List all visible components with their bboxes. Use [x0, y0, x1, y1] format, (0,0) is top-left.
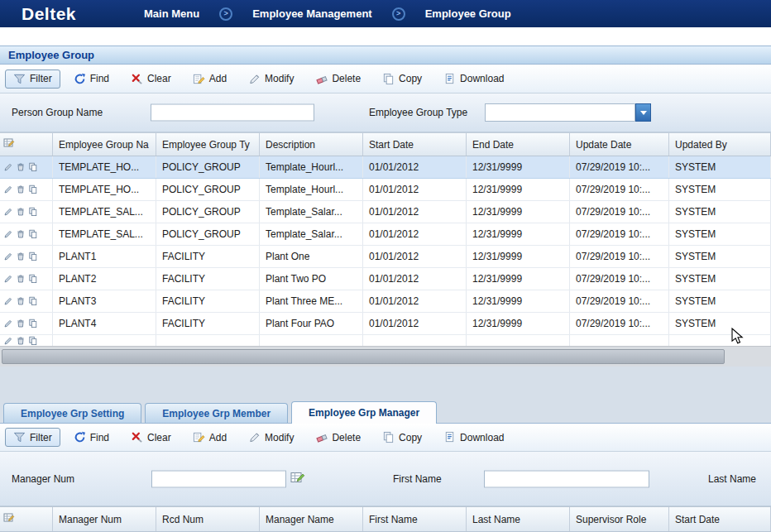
add-button[interactable]: Add — [184, 69, 235, 89]
trash-row-icon[interactable] — [16, 252, 26, 261]
edit-row-icon[interactable] — [3, 336, 13, 346]
breadcrumb: Main Menu > Employee Management > Employ… — [124, 7, 531, 21]
manager-num-input[interactable] — [151, 470, 286, 487]
copy-row-icon[interactable] — [28, 336, 38, 346]
person-group-name-input[interactable] — [151, 104, 314, 122]
column-header-end-date[interactable]: End Date — [467, 133, 570, 156]
horizontal-scrollbar[interactable] — [0, 346, 771, 367]
download-label: Download — [460, 73, 504, 84]
lookup-icon[interactable] — [290, 470, 305, 487]
trash-row-icon[interactable] — [16, 296, 26, 306]
delete-button[interactable]: Delete — [307, 428, 369, 447]
copy-row-icon[interactable] — [28, 274, 38, 284]
select-all-icon — [3, 137, 15, 151]
first-name-input[interactable] — [484, 470, 649, 487]
top-nav: Deltek Main Menu > Employee Management >… — [0, 0, 771, 27]
first-name-label: First Name — [393, 473, 442, 485]
nav-main-menu[interactable]: Main Menu — [144, 7, 199, 20]
copy-button[interactable]: Copy — [374, 69, 430, 89]
tab-employee-grp-manager[interactable]: Employee Grp Manager — [291, 401, 437, 424]
clear-label: Clear — [147, 432, 171, 443]
cell-updated-by — [669, 335, 771, 346]
trash-row-icon[interactable] — [16, 319, 26, 328]
copy-button[interactable]: Copy — [374, 428, 430, 447]
cell-end-date: 12/31/9999 — [467, 290, 570, 312]
clear-button[interactable]: Clear — [122, 428, 180, 447]
cell-group-name: TEMPLATE_HO... — [53, 156, 156, 178]
table-row[interactable]: PLANT1 FACILITY Plant One 01/01/2012 12/… — [0, 246, 771, 268]
column-header-first-name[interactable]: First Name — [363, 507, 467, 531]
edit-row-icon[interactable] — [3, 319, 13, 328]
modify-button[interactable]: Modify — [240, 69, 302, 89]
cell-group-name: PLANT2 — [53, 268, 156, 290]
cell-end-date: 12/31/9999 — [467, 223, 570, 245]
edit-row-icon[interactable] — [3, 229, 13, 239]
delete-button[interactable]: Delete — [307, 69, 369, 89]
download-button[interactable]: Download — [435, 428, 512, 447]
column-header-description[interactable]: Description — [260, 133, 363, 156]
column-header-manager-num[interactable]: Manager Num — [53, 507, 156, 531]
table-row[interactable] — [0, 335, 771, 346]
clear-button[interactable]: Clear — [122, 69, 180, 89]
column-header-manager-name[interactable]: Manager Name — [260, 507, 363, 531]
table-row[interactable]: TEMPLATE_HO... POLICY_GROUP Template_Hou… — [0, 156, 771, 179]
dropdown-button[interactable] — [635, 103, 651, 122]
column-header-updated-by[interactable]: Updated By — [669, 133, 771, 156]
trash-row-icon[interactable] — [16, 274, 26, 284]
filter-button[interactable]: Filter — [5, 69, 60, 89]
edit-row-icon[interactable] — [3, 185, 13, 194]
employee-group-type-input[interactable] — [485, 103, 635, 122]
trash-row-icon[interactable] — [16, 185, 26, 194]
trash-row-icon[interactable] — [16, 162, 26, 172]
find-label: Find — [90, 432, 109, 443]
column-header-rcd-num[interactable]: Rcd Num — [156, 507, 260, 531]
copy-row-icon[interactable] — [28, 162, 38, 172]
column-header-group-type[interactable]: Employee Group Ty — [156, 133, 260, 156]
copy-row-icon[interactable] — [28, 185, 38, 194]
scrollbar-thumb[interactable] — [2, 349, 725, 364]
table-row[interactable]: PLANT4 FACILITY Plant Four PAO 01/01/201… — [0, 313, 771, 335]
trash-row-icon[interactable] — [16, 229, 26, 239]
cell-group-type: POLICY_GROUP — [156, 223, 260, 245]
table-row[interactable]: TEMPLATE_SAL... POLICY_GROUP Template_Sa… — [0, 223, 771, 246]
find-button[interactable]: Find — [65, 428, 117, 447]
modify-button[interactable]: Modify — [240, 428, 302, 447]
copy-row-icon[interactable] — [28, 207, 38, 217]
edit-row-icon[interactable] — [3, 162, 13, 172]
table-row[interactable]: TEMPLATE_HO... POLICY_GROUP Template_Hou… — [0, 179, 771, 201]
select-all-header[interactable] — [0, 507, 53, 531]
column-header-group-name[interactable]: Employee Group Na — [53, 133, 156, 156]
edit-row-icon[interactable] — [3, 274, 13, 284]
select-all-header[interactable] — [0, 133, 53, 156]
table-row[interactable]: TEMPLATE_SAL... POLICY_GROUP Template_Sa… — [0, 201, 771, 223]
modify-label: Modify — [265, 432, 294, 443]
cell-update-date: 07/29/2019 10:... — [570, 268, 669, 290]
employee-group-type-select[interactable] — [485, 103, 651, 122]
copy-row-icon[interactable] — [28, 229, 38, 239]
download-button[interactable]: Download — [435, 69, 512, 89]
edit-row-icon[interactable] — [3, 252, 13, 261]
column-header-start-date[interactable]: Start Date — [669, 507, 771, 531]
add-button[interactable]: Add — [184, 428, 235, 447]
edit-row-icon[interactable] — [3, 207, 13, 217]
edit-row-icon[interactable] — [3, 296, 13, 306]
column-header-last-name[interactable]: Last Name — [467, 507, 570, 531]
column-header-update-date[interactable]: Update Date — [570, 133, 669, 156]
table-row[interactable]: PLANT3 FACILITY Plant Three ME... 01/01/… — [0, 290, 771, 313]
column-header-supervisor-role[interactable]: Supervisor Role — [570, 507, 669, 531]
trash-row-icon[interactable] — [16, 336, 26, 346]
find-button[interactable]: Find — [65, 69, 117, 89]
filter-icon — [13, 73, 26, 85]
nav-employee-group[interactable]: Employee Group — [425, 7, 511, 20]
delete-label: Delete — [332, 73, 361, 84]
tab-employee-grp-setting[interactable]: Employee Grp Setting — [3, 403, 141, 423]
copy-row-icon[interactable] — [28, 252, 38, 261]
column-header-start-date[interactable]: Start Date — [363, 133, 467, 156]
filter-button[interactable]: Filter — [5, 428, 60, 447]
trash-row-icon[interactable] — [16, 207, 26, 217]
copy-row-icon[interactable] — [28, 296, 38, 306]
table-row[interactable]: PLANT2 FACILITY Plant Two PO 01/01/2012 … — [0, 268, 771, 290]
copy-row-icon[interactable] — [28, 319, 38, 328]
nav-employee-management[interactable]: Employee Management — [252, 7, 372, 20]
tab-employee-grp-member[interactable]: Employee Grp Member — [145, 403, 288, 423]
